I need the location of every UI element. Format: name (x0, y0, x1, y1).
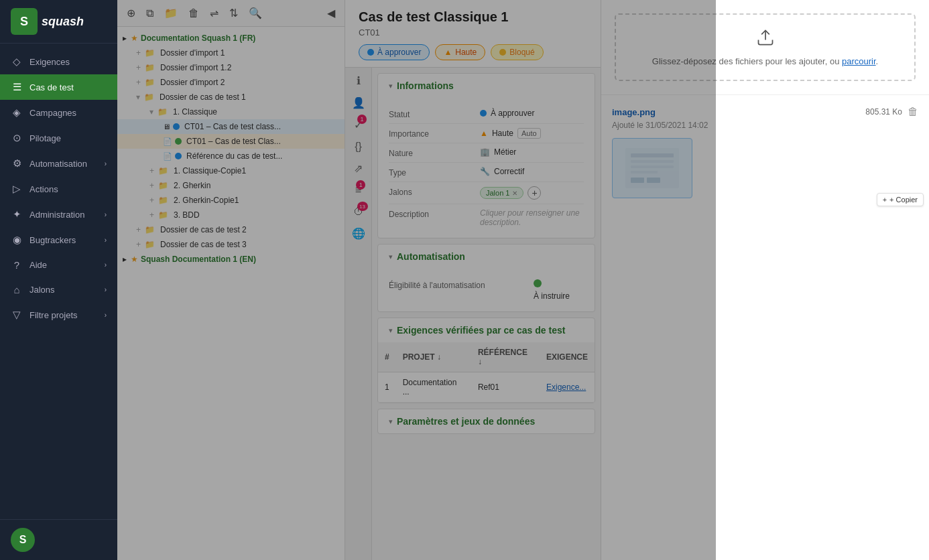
col-reference: RÉFÉRENCE ↓ (471, 342, 540, 372)
exigence-link[interactable]: Exigence... (546, 382, 586, 392)
attachment-list: image.png 805.31 Ko 🗑 Ajouté le 31/05/20… (601, 95, 929, 560)
tree-item-root-en[interactable]: ▸ ★ Squash Documentation 1 (EN) (117, 252, 345, 267)
tree-item-label-bdd: 3. BDD (174, 210, 200, 220)
sidebar-item-bugtrackers[interactable]: ◉ Bugtrackers › (0, 227, 117, 253)
expand-icon5: ▾ (149, 107, 153, 117)
type-icon: 🔧 (480, 167, 490, 176)
jalon-remove-icon[interactable]: ✕ (512, 190, 517, 197)
content-body: ▾ Informations Statut À approuver (372, 68, 601, 560)
sidebar-label-administration: Administration (29, 210, 98, 220)
importance-text: Haute (492, 129, 513, 138)
exigences-section-header[interactable]: ▾ Exigences vérifiées par ce cas de test (378, 318, 595, 342)
drop-zone[interactable]: Glissez-déposez des fichiers pour les aj… (615, 13, 916, 81)
move-button[interactable]: ⇌ (207, 5, 221, 21)
tree-item-ct01-1[interactable]: 🖥 CT01 – Cas de test class... (117, 119, 345, 134)
sidebar-item-actions[interactable]: ▷ Actions (0, 176, 117, 202)
browse-link[interactable]: parcourir (842, 56, 876, 66)
list-badge: 1 (356, 180, 365, 190)
badge-blocked[interactable]: Bloqué (491, 44, 543, 60)
collapse-button[interactable]: ◀ (324, 5, 338, 21)
tree-item-label-classique-copie1: 1. Classique-Copie1 (174, 166, 246, 176)
globe-icon-btn[interactable]: 🌐 (352, 227, 365, 240)
sidebar-label-pilotage: Pilotage (29, 133, 107, 143)
exigences-icon: ◇ (11, 56, 23, 68)
jalon-add-button[interactable]: + (528, 186, 541, 200)
search-button[interactable]: 🔍 (246, 5, 265, 21)
jalon-text: Jalon 1 (486, 189, 509, 197)
add-button[interactable]: ⊕ (124, 5, 138, 21)
copy-button[interactable]: ⧉ (143, 6, 156, 21)
automatisation-section-header[interactable]: ▾ Automatisation (378, 244, 595, 269)
tree-item-dossier3[interactable]: + 📁 Dossier de cas de test 3 (117, 237, 345, 252)
exigences-section: ▾ Exigences vérifiées par ce cas de test… (377, 318, 595, 403)
tree-item-import2[interactable]: + 📁 Dossier d'import 2 (117, 75, 345, 90)
badge-status[interactable]: À approuver (359, 44, 430, 60)
sidebar-item-exigences[interactable]: ◇ Exigences (0, 49, 117, 74)
tree-item-gherkin[interactable]: + 📁 2. Gherkin (117, 178, 345, 193)
tree-item-dossier2[interactable]: + 📁 Dossier de cas de test 2 (117, 222, 345, 237)
attachment-delete-button[interactable]: 🗑 (908, 106, 918, 118)
field-eligibilite: Éligibilité à l'automatisation À instrui… (389, 275, 584, 305)
tree-item-import12[interactable]: + 📁 Dossier d'import 1.2 (117, 60, 345, 75)
tree-item-reference[interactable]: 📄 Référence du cas de test... (117, 149, 345, 163)
preview-thumbnail (612, 138, 692, 198)
tree-item-classique[interactable]: ▾ 📁 1. Classique (117, 104, 345, 119)
user-icon-btn[interactable]: 👤 (352, 96, 365, 109)
sort-button[interactable]: ⇅ (227, 5, 241, 21)
check-icon-btn[interactable]: ✓ 1 (354, 119, 363, 131)
status-dot-green (175, 138, 182, 145)
info-icon-btn[interactable]: ℹ (357, 74, 361, 87)
sidebar-item-cas-de-test[interactable]: ☰ Cas de test (0, 74, 117, 100)
administration-arrow-icon: › (105, 211, 107, 218)
campagnes-icon: ◈ (11, 107, 23, 119)
tree-item-gherkin-copie1[interactable]: + 📁 2. Gherkin-Copie1 (117, 193, 345, 208)
copy-attachment-button[interactable]: + + Copier (877, 193, 924, 206)
share-icon-btn[interactable]: ⇗ (354, 162, 363, 175)
filtre-projets-icon: ▽ (11, 309, 23, 321)
informations-section-header[interactable]: ▾ Informations (378, 74, 595, 98)
value-description[interactable]: Cliquer pour renseigner une description. (480, 208, 584, 227)
parametres-section-header[interactable]: ▾ Paramètres et jeux de données (378, 409, 595, 433)
ct-id: CT01 (359, 27, 587, 38)
user-avatar[interactable]: S (11, 528, 35, 552)
automatisation-title: Automatisation (397, 251, 465, 262)
field-type: Type 🔧 Correctif (389, 163, 584, 182)
tree-panel: ⊕ ⧉ 📁 🗑 ⇌ ⇅ 🔍 ◀ ▸ ★ Documentation Squash… (117, 0, 345, 560)
sidebar-item-aide[interactable]: ? Aide › (0, 253, 117, 277)
sidebar-item-filtre-projets[interactable]: ▽ Filtre projets › (0, 302, 117, 328)
sidebar-nav: ◇ Exigences ☰ Cas de test ◈ Campagnes ⊙ … (0, 44, 117, 519)
informations-section: ▾ Informations Statut À approuver (377, 73, 595, 238)
sidebar-item-administration[interactable]: ✦ Administration › (0, 202, 117, 227)
jalon-chip: Jalon 1 ✕ (480, 187, 523, 199)
value-importance: ▲ Haute Auto (480, 128, 584, 139)
folder-button[interactable]: 📁 (162, 5, 180, 21)
folder-icon8: 📁 (158, 196, 168, 205)
page-title: Cas de test Classique 1 (359, 9, 587, 25)
exigences-table-section: # PROJET ↓ RÉFÉRENCE ↓ EXIGENCE (378, 342, 595, 403)
cell-reference: Ref01 (471, 372, 540, 403)
code-icon-btn[interactable]: {} (355, 141, 362, 153)
clock-icon-btn[interactable]: ⏱ 13 (353, 206, 364, 218)
tree-item-classique-copie1[interactable]: + 📁 1. Classique-Copie1 (117, 163, 345, 178)
delete-button[interactable]: 🗑 (186, 6, 202, 21)
content-body-inner: ▾ Informations Statut À approuver (372, 68, 601, 560)
sidebar-item-automatisation[interactable]: ⚙ Automatisation › (0, 151, 117, 176)
tree-item-import1[interactable]: + 📁 Dossier d'import 1 (117, 46, 345, 60)
tree-item-dossier1[interactable]: ▾ 📁 Dossier de cas de test 1 (117, 90, 345, 104)
tree-item-root-fr[interactable]: ▸ ★ Documentation Squash 1 (FR) (117, 31, 345, 46)
sidebar-item-campagnes[interactable]: ◈ Campagnes (0, 100, 117, 125)
administration-icon: ✦ (11, 208, 23, 220)
list-icon-btn[interactable]: ≡ 1 (355, 184, 361, 196)
star-icon-fr: ★ (131, 33, 138, 43)
attachment-filename[interactable]: image.png (612, 107, 656, 117)
attachment-preview: + + Copier (612, 138, 918, 198)
badge-importance[interactable]: ▲ Haute (435, 44, 485, 60)
tree-item-ct01-2[interactable]: 📄 CT01 – Cas de test Clas... (117, 134, 345, 149)
field-nature: Nature 🏢 Métier (389, 143, 584, 163)
expand-icon11: + (136, 240, 141, 249)
tree-item-label-import1: Dossier d'import 1 (160, 48, 225, 58)
sidebar-item-jalons[interactable]: ⌂ Jalons › (0, 277, 117, 302)
sidebar-item-pilotage[interactable]: ⊙ Pilotage (0, 125, 117, 151)
status-dot-blue-1 (173, 123, 180, 130)
tree-item-bdd[interactable]: + 📁 3. BDD (117, 208, 345, 222)
